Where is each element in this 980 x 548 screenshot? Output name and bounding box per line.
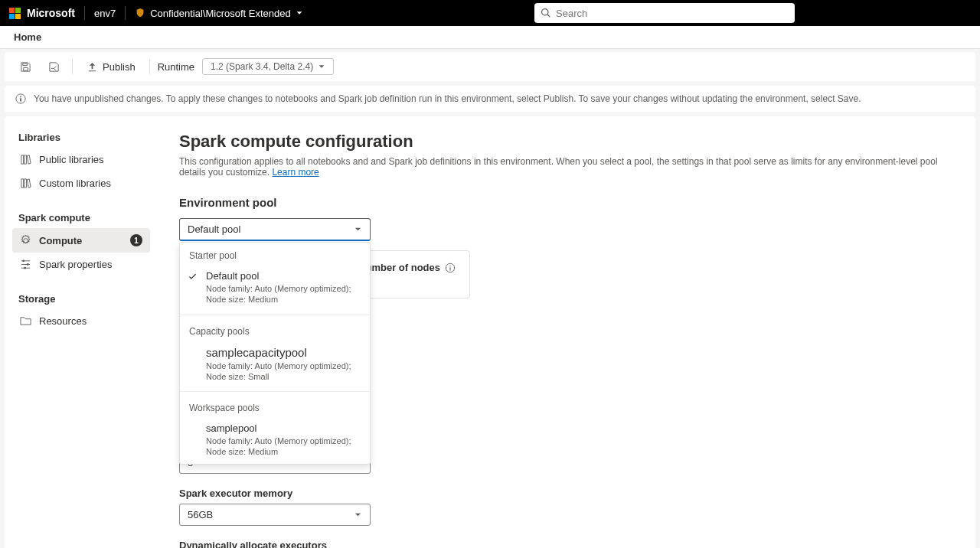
nodes-label: Number of nodes <box>358 262 456 273</box>
sidebar-item-resources[interactable]: Resources <box>12 309 150 333</box>
runtime-label: Runtime <box>158 61 194 73</box>
executor-memory-select[interactable]: 56GB <box>179 504 371 526</box>
dropdown-group-workspace: Workspace pools <box>180 395 370 416</box>
sidebar: Libraries Public libraries Custom librar… <box>5 116 158 548</box>
search-icon <box>541 8 551 18</box>
sidebar-header-libraries: Libraries <box>12 126 150 148</box>
dynamic-allocation-label: Dynamically allocate executors <box>179 540 954 548</box>
ms-logo-icon <box>9 8 21 19</box>
option-desc: Node family: Auto (Memory optimized); No… <box>206 360 361 383</box>
svg-point-2 <box>22 259 24 262</box>
chevron-down-icon <box>296 9 303 17</box>
divider <box>180 391 370 392</box>
pool-selected-value: Default pool <box>188 223 240 235</box>
info-icon <box>15 93 26 104</box>
content-area: Libraries Public libraries Custom librar… <box>5 116 975 548</box>
dropdown-group-starter: Starter pool <box>180 243 370 264</box>
dropdown-option-default-pool[interactable]: Default pool Node family: Auto (Memory o… <box>180 264 370 312</box>
top-bar: Microsoft env7 Confidential\Microsoft Ex… <box>0 0 980 26</box>
separator <box>84 6 85 20</box>
badge: 1 <box>130 234 142 246</box>
executor-memory-label: Spark executor memory <box>179 488 954 499</box>
publish-label: Publish <box>103 61 136 73</box>
environment-pool-title: Environment pool <box>179 196 954 209</box>
runtime-value: 1.2 (Spark 3.4, Delta 2.4) <box>211 61 313 72</box>
option-desc: Node family: Auto (Memory optimized); No… <box>206 283 361 305</box>
runtime-dropdown[interactable]: 1.2 (Spark 3.4, Delta 2.4) <box>202 58 334 75</box>
svg-point-4 <box>24 267 26 269</box>
sensitivity-label[interactable]: Confidential\Microsoft Extended <box>135 8 303 19</box>
publish-button[interactable]: Publish <box>80 58 142 76</box>
sidebar-header-storage: Storage <box>12 287 150 309</box>
executor-memory-value: 56GB <box>188 509 213 520</box>
brand-text: Microsoft <box>27 7 75 19</box>
chevron-down-icon <box>354 225 362 233</box>
dropdown-option-workspace-pool[interactable]: samplepool Node family: Auto (Memory opt… <box>180 416 370 464</box>
svg-point-6 <box>449 265 450 266</box>
page-description: This configuration applies to all notebo… <box>179 156 954 178</box>
save-icon <box>20 61 31 73</box>
sidebar-item-public-libraries[interactable]: Public libraries <box>12 148 150 171</box>
sidebar-header-spark-compute: Spark compute <box>12 206 150 228</box>
pool-dropdown-panel: Starter pool Default pool Node family: A… <box>179 242 371 465</box>
nodes-value: - 3 <box>358 276 456 287</box>
environment-name[interactable]: env7 <box>94 8 116 19</box>
chevron-down-icon <box>318 63 325 70</box>
dropdown-group-capacity: Capacity pools <box>180 318 370 340</box>
check-icon <box>188 272 198 284</box>
info-icon[interactable] <box>445 263 456 273</box>
sidebar-label: Custom libraries <box>39 178 111 189</box>
publish-icon <box>87 61 98 73</box>
main-panel: Spark compute configuration This configu… <box>158 116 975 548</box>
folder-icon <box>20 315 31 327</box>
option-title: samplepool <box>206 422 361 434</box>
microsoft-logo[interactable]: Microsoft <box>9 7 75 19</box>
sidebar-label: Public libraries <box>39 154 104 165</box>
option-desc: Node family: Auto (Memory optimized); No… <box>206 435 361 458</box>
sidebar-label: Compute <box>39 235 82 246</box>
search-input[interactable] <box>556 8 789 19</box>
environment-pool-select[interactable]: Default pool <box>179 218 371 241</box>
sidebar-item-compute[interactable]: Compute 1 <box>12 228 150 253</box>
chevron-down-icon <box>354 510 362 519</box>
learn-more-link[interactable]: Learn more <box>272 167 318 178</box>
svg-point-1 <box>20 96 21 98</box>
separator <box>72 59 73 74</box>
properties-icon <box>20 259 31 270</box>
sidebar-item-spark-properties[interactable]: Spark properties <box>12 253 150 276</box>
save-button[interactable] <box>15 58 36 76</box>
shield-icon <box>135 8 145 18</box>
breadcrumb-home[interactable]: Home <box>14 31 41 43</box>
option-title: Default pool <box>206 270 361 282</box>
sensitivity-text: Confidential\Microsoft Extended <box>150 8 291 19</box>
sidebar-item-custom-libraries[interactable]: Custom libraries <box>12 171 150 195</box>
divider <box>180 315 370 315</box>
breadcrumb-bar: Home <box>0 26 980 49</box>
sidebar-label: Resources <box>39 315 87 327</box>
separator <box>125 6 126 20</box>
option-title: samplecapacitypool <box>206 346 361 359</box>
dropdown-option-capacity-pool[interactable]: samplecapacitypool Node family: Auto (Me… <box>180 340 370 389</box>
banner-text: You have unpublished changes. To apply t… <box>34 93 861 104</box>
discard-button[interactable] <box>44 58 64 76</box>
sidebar-label: Spark properties <box>39 259 112 270</box>
toolbar: Publish Runtime 1.2 (Spark 3.4, Delta 2.… <box>5 52 975 81</box>
info-banner: You have unpublished changes. To apply t… <box>5 86 975 112</box>
svg-point-3 <box>27 263 29 266</box>
library-icon <box>20 178 31 189</box>
library-icon <box>20 154 31 165</box>
page-title: Spark compute configuration <box>179 132 954 152</box>
discard-icon <box>48 61 60 73</box>
gear-icon <box>20 235 31 246</box>
search-box[interactable] <box>534 3 795 23</box>
separator <box>149 59 150 74</box>
